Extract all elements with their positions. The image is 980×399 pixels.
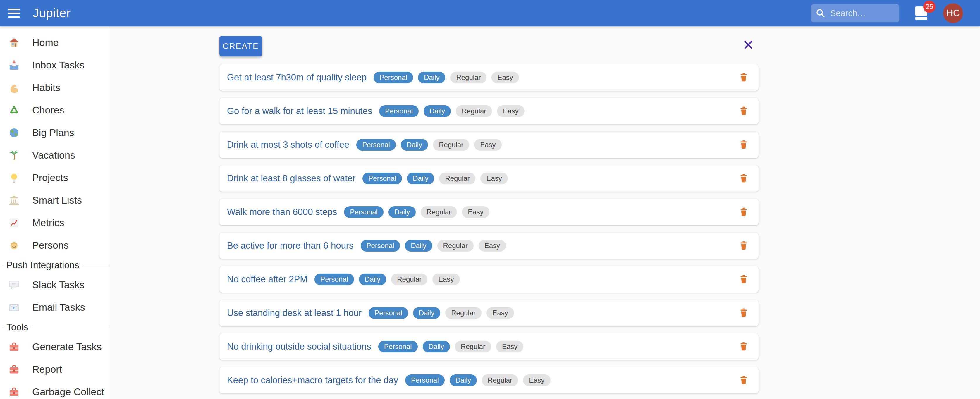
sidebar-item-report[interactable]: Report: [0, 358, 110, 381]
sidebar-item-inbox-tasks[interactable]: Inbox Tasks: [0, 54, 110, 76]
toolbox-icon: [8, 341, 21, 353]
badge-daily: Daily: [418, 72, 445, 83]
task-card: Keep to calories+macro targets for the d…: [220, 367, 759, 393]
sidebar-item-smart-lists[interactable]: Smart Lists: [0, 189, 110, 211]
app-header: Jupiter 25 HC: [0, 0, 980, 26]
email-icon: E: [8, 302, 21, 313]
trash-button[interactable]: [737, 138, 750, 151]
home-icon: [8, 37, 21, 48]
task-card: Drink at least 8 glasses of waterPersona…: [220, 165, 759, 192]
badge-personal: Personal: [363, 173, 402, 184]
trash-button[interactable]: [737, 105, 750, 118]
badge-personal: Personal: [315, 273, 354, 285]
trash-button[interactable]: [737, 340, 750, 353]
persons-icon: [8, 240, 21, 251]
smart-lists-icon: [8, 195, 21, 206]
task-card: Drink at most 3 shots of coffeePersonalD…: [220, 132, 759, 158]
divider-line: [32, 327, 110, 327]
sidebar-item-generate-tasks[interactable]: Generate Tasks: [0, 335, 110, 358]
badge-personal: Personal: [379, 105, 418, 117]
chores-icon: [8, 105, 21, 116]
sidebar-item-slack-tasks[interactable]: Slack Tasks: [0, 273, 110, 296]
sidebar-item-projects[interactable]: Projects: [0, 167, 110, 189]
sidebar-item-habits[interactable]: Habits: [0, 76, 110, 99]
trash-icon: [738, 375, 749, 386]
inbox-document-icon[interactable]: 25: [913, 5, 930, 22]
hamburger-menu-icon[interactable]: [8, 7, 21, 19]
task-title-link[interactable]: No drinking outside social situations: [227, 341, 371, 352]
task-card: Use standing desk at least 1 hourPersona…: [220, 300, 759, 326]
trash-icon: [738, 240, 749, 251]
sidebar-item-email-tasks[interactable]: EEmail Tasks: [0, 296, 110, 319]
sidebar-item-label: Generate Tasks: [32, 341, 102, 353]
sidebar-item-home[interactable]: Home: [0, 31, 110, 54]
task-title-link[interactable]: Be active for more than 6 hours: [227, 240, 354, 251]
badge-personal: Personal: [378, 341, 418, 353]
badge-group: PersonalDailyRegularEasy: [405, 374, 550, 386]
divider-line: [0, 327, 3, 327]
sidebar-item-label: Report: [32, 364, 62, 375]
task-title-link[interactable]: Keep to calories+macro targets for the d…: [227, 375, 398, 386]
sidebar-item-label: Garbage Collect: [32, 386, 104, 397]
badge-regular: Regular: [482, 374, 518, 386]
sidebar-item-chores[interactable]: Chores: [0, 99, 110, 121]
badge-personal: Personal: [405, 374, 445, 386]
toolbox-icon: [8, 364, 21, 375]
svg-text:E: E: [13, 306, 15, 310]
task-card: Go for a walk for at least 15 minutesPer…: [220, 98, 759, 124]
search-icon: [816, 8, 826, 18]
badge-group: PersonalDailyRegularEasy: [374, 72, 519, 83]
trash-button[interactable]: [737, 71, 750, 84]
sidebar-item-garbage-collect[interactable]: Garbage Collect: [0, 381, 110, 399]
avatar[interactable]: HC: [943, 3, 963, 23]
toolbox-icon: [8, 386, 21, 397]
trash-button[interactable]: [737, 239, 750, 253]
badge-group: PersonalDailyRegularEasy: [344, 206, 489, 218]
badge-group: PersonalDailyRegularEasy: [315, 273, 460, 285]
trash-button[interactable]: [737, 205, 750, 219]
sidebar-item-label: Persons: [32, 240, 69, 251]
task-title-link[interactable]: Walk more than 6000 steps: [227, 207, 337, 217]
badge-easy: Easy: [492, 72, 519, 83]
task-title-link[interactable]: Drink at least 8 glasses of water: [227, 173, 355, 184]
badge-daily: Daily: [401, 139, 428, 151]
badge-easy: Easy: [487, 307, 514, 319]
trash-button[interactable]: [737, 374, 750, 387]
task-title-link[interactable]: Use standing desk at least 1 hour: [227, 308, 361, 318]
sidebar-item-persons[interactable]: Persons: [0, 234, 110, 256]
task-title-link[interactable]: No coffee after 2PM: [227, 274, 307, 285]
badge-regular: Regular: [391, 273, 427, 285]
sidebar-item-metrics[interactable]: Metrics: [0, 211, 110, 234]
search-input[interactable]: [830, 8, 894, 18]
big-plans-icon: [8, 127, 21, 138]
sidebar-item-label: Metrics: [32, 217, 64, 229]
projects-icon: [8, 172, 21, 183]
create-button[interactable]: CREATE: [220, 36, 262, 56]
trash-icon: [738, 72, 749, 83]
sidebar-item-big-plans[interactable]: Big Plans: [0, 121, 110, 144]
badge-regular: Regular: [455, 341, 491, 353]
sidebar: HomeInbox TasksHabitsChoresBig PlansVaca…: [0, 26, 110, 399]
trash-button[interactable]: [737, 306, 750, 320]
sidebar-section-label: Push Integrations: [6, 260, 79, 270]
sidebar-item-vacations[interactable]: Vacations: [0, 144, 110, 167]
sidebar-item-label: Chores: [32, 105, 64, 116]
task-title-link[interactable]: Go for a walk for at least 15 minutes: [227, 106, 372, 116]
sidebar-item-label: Inbox Tasks: [32, 59, 84, 71]
sidebar-item-label: Email Tasks: [32, 302, 85, 313]
close-icon[interactable]: [743, 39, 754, 50]
badge-daily: Daily: [423, 341, 450, 353]
trash-button[interactable]: [737, 172, 750, 185]
badge-personal: Personal: [369, 307, 408, 319]
trash-icon: [738, 207, 749, 218]
task-title-link[interactable]: Drink at most 3 shots of coffee: [227, 140, 349, 150]
trash-button[interactable]: [737, 273, 750, 286]
main-content: CREATE Get at least 7h30m of quality sle…: [110, 26, 980, 399]
task-title-link[interactable]: Get at least 7h30m of quality sleep: [227, 72, 367, 83]
search-box[interactable]: [811, 4, 899, 22]
badge-daily: Daily: [388, 206, 416, 218]
task-card: No coffee after 2PMPersonalDailyRegularE…: [220, 266, 759, 292]
divider-line: [0, 265, 3, 265]
trash-icon: [738, 341, 749, 353]
sidebar-section-tools: Tools: [0, 319, 110, 335]
